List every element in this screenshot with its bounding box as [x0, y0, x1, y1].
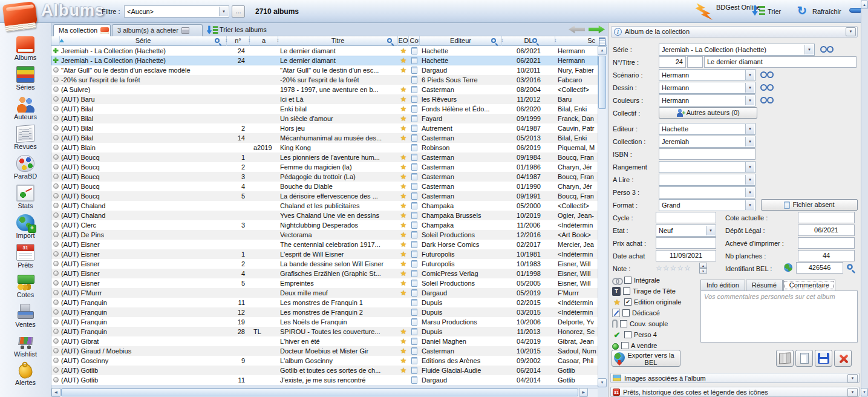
table-row[interactable]: (AUT) Giraud / MoebiusDocteur Moebius et… — [51, 346, 598, 356]
bdgest-online-button[interactable]: BDGest Online — [716, 4, 748, 11]
nav-previous-icon[interactable] — [569, 25, 585, 33]
tab-ma-collection[interactable]: Ma collection — [53, 24, 111, 36]
date-achat-input[interactable]: 11/09/2021 — [656, 250, 716, 261]
window-scroll-down-icon[interactable]: ▼ — [861, 388, 868, 396]
table-row[interactable]: (AUT) Eisner1L'esprit de Will Eisner★Fut… — [51, 249, 598, 259]
tab-albums-a-acheter[interactable]: 3 album(s) à acheter — [112, 24, 203, 36]
delete-button[interactable] — [834, 350, 852, 367]
table-row[interactable]: (AUT) Blaina2019King KongRobinson06/2019… — [51, 143, 598, 153]
table-row[interactable]: (AUT) Eisner4Grafisches Erzählen (Graphi… — [51, 269, 598, 278]
table-row[interactable]: (AUT) BilalEnki bilal★Fonds Hélène et Éd… — [51, 104, 598, 114]
table-row[interactable]: (AUT) Boucq3Pédagogie du trottoir (La)★C… — [51, 172, 598, 182]
header-serie[interactable]: Série — [60, 36, 227, 46]
save-button[interactable] — [815, 350, 832, 367]
filter-browse-button[interactable]: ... — [232, 5, 245, 18]
serie-lookup-icon[interactable] — [820, 46, 832, 53]
sidebar-item-auteurs[interactable]: Auteurs — [0, 96, 51, 125]
header-a[interactable]: a — [250, 36, 278, 46]
scrollbar-thumb[interactable] — [598, 56, 606, 109]
etat-select[interactable]: Neuf▼ — [656, 225, 716, 237]
table-row[interactable]: (AUT) Franquin12Les monstres de Franquin… — [51, 307, 598, 317]
acheve-input[interactable] — [798, 237, 855, 249]
table-row[interactable]: (AUT) Boucq5La dérisoire effervescence d… — [51, 191, 598, 201]
table-row[interactable]: (AUT) Eisner5Empreintes★Soleil Productio… — [51, 278, 598, 288]
search-icon[interactable] — [215, 38, 220, 43]
column-sort-icon[interactable]: ↕ — [554, 37, 557, 43]
header-sc[interactable]: Sc — [555, 36, 598, 46]
table-row[interactable]: (AUT) Franquin19Les Noëls de FranquinMar… — [51, 317, 598, 327]
sidebar-item-albums[interactable]: Albums — [0, 36, 51, 66]
header-num[interactable]: n° — [227, 36, 250, 46]
header-icon-col[interactable] — [51, 36, 60, 46]
cycle-input[interactable] — [656, 212, 716, 223]
table-row[interactable]: (AUT) Boucq2Femme du magicien (la)★Caste… — [51, 162, 598, 172]
perso3-select[interactable]: ▼ — [659, 186, 755, 198]
num-suffix-input[interactable] — [687, 56, 703, 68]
nb-planches-input[interactable]: 44 — [798, 250, 855, 261]
table-row[interactable]: (AUT) Goscinny9L'album Goscinny★Editions… — [51, 356, 598, 366]
sidebar-item-series[interactable]: Séries — [0, 66, 51, 96]
nav-next-icon[interactable] — [589, 25, 605, 33]
table-row[interactable]: (AUT) Clerc3Nightclubbing Desperados★Cha… — [51, 220, 598, 230]
window-scroll-up-icon[interactable]: ▲ — [861, 1, 868, 9]
panel-tab[interactable]: Résumé — [746, 280, 783, 290]
table-row[interactable]: (AUT) Boucq4Bouche du Diable★Casterman01… — [51, 182, 598, 191]
autres-auteurs-button[interactable]: Autres auteurs (0) — [659, 107, 757, 119]
column-sort-icon[interactable]: ↕ — [276, 37, 279, 43]
table-row[interactable]: -20% sur l'esprit de la forêt-20% sur l'… — [51, 75, 598, 85]
column-sort-icon[interactable]: ↕ — [225, 37, 228, 43]
sidebar-item-prets[interactable]: Prêts — [0, 244, 51, 274]
titre-input[interactable]: Le dernier diamant — [704, 56, 857, 68]
scrollbar-thumb[interactable] — [61, 389, 578, 396]
table-row[interactable]: (AUT) GibratL'hiver en été★Daniel Maghen… — [51, 336, 598, 346]
table-row[interactable]: (AUT) ChalandYves Chaland Une vie en des… — [51, 211, 598, 220]
refresh-button[interactable]: Rafraîchir — [812, 8, 841, 15]
table-row[interactable]: Jeremiah - La Collection (Hachette)24Le … — [51, 46, 598, 56]
trier-button[interactable]: Trier — [768, 8, 781, 15]
couleurs-select[interactable]: Hermann▼ — [659, 94, 755, 107]
sidebar-item-parabd[interactable]: ParaBD — [0, 155, 51, 185]
editeur-select[interactable]: Hachette▼ — [659, 123, 755, 135]
couleurs-lookup-icon[interactable] — [760, 97, 772, 103]
checkbox[interactable] — [624, 331, 631, 338]
table-row[interactable]: Jeremiah - La Collection (Hachette)24Le … — [51, 56, 598, 65]
dessin-lookup-icon[interactable] — [760, 84, 772, 91]
a-lire-select[interactable]: ▼ — [659, 174, 755, 186]
sidebar-item-alertes[interactable]: Alertes — [0, 364, 51, 393]
header-editeur[interactable]: Editeur — [420, 36, 502, 46]
table-row[interactable]: (AUT) Franquin11Les monstres de Franquin… — [51, 298, 598, 307]
sidebar-item-ventes[interactable]: Ventes — [0, 303, 51, 333]
expand-icon[interactable]: ▼ — [847, 388, 858, 397]
sort-albums-button[interactable]: Trier les albums — [220, 26, 267, 33]
table-row[interactable]: (AUT) ChalandChaland et les publicitaire… — [51, 201, 598, 211]
column-sort-icon[interactable]: ↕ — [248, 37, 251, 43]
column-sort-icon[interactable]: ↕ — [501, 37, 504, 43]
table-row[interactable]: (AUT) BilalUn siècle d'amour★Fayard09/19… — [51, 114, 598, 123]
collapse-panel-icon[interactable]: ▼ — [846, 27, 856, 36]
format-select[interactable]: Grand▼ — [659, 199, 755, 211]
checkbox[interactable] — [623, 287, 630, 295]
dessin-select[interactable]: Hermann▼ — [659, 82, 755, 94]
table-row[interactable]: ''Atar Gull'' ou le destin d'un esclave … — [51, 65, 598, 75]
num-input[interactable]: 24 — [659, 56, 686, 68]
rating-stars[interactable]: ☆☆☆☆☆ — [656, 264, 691, 272]
accordion-images[interactable]: Images associées à l'album ▼ — [610, 373, 860, 383]
checkbox[interactable]: ✔ — [624, 298, 631, 306]
table-row[interactable]: (AUT) Eisner2La bande dessine selon Will… — [51, 259, 598, 269]
header-dl[interactable]: DL — [502, 36, 555, 46]
column-chooser-icon[interactable] — [599, 38, 605, 45]
scroll-right-icon[interactable]: ▶ — [579, 388, 588, 397]
checkbox[interactable] — [621, 342, 628, 349]
panel-tab[interactable]: Info édition — [700, 280, 745, 290]
table-row[interactable]: (AUT) Franquin28TLSPIROU - Toutes les co… — [51, 327, 598, 336]
window-scrollbar[interactable] — [861, 0, 868, 397]
scenario-lookup-icon[interactable] — [760, 71, 772, 78]
search-icon[interactable] — [532, 38, 537, 43]
table-row[interactable]: (AUT) Boucq1Les pionniers de l'aventure … — [51, 153, 598, 162]
scenario-select[interactable]: Hermann▼ — [659, 69, 755, 81]
collection-select[interactable]: Jeremiah▼ — [659, 136, 755, 148]
isbn-input[interactable] — [659, 148, 755, 160]
duplicate-button[interactable] — [776, 350, 794, 367]
table-row[interactable]: (AUT) F'MurrrDeux mille meuf★Dargaud05/2… — [51, 288, 598, 298]
table-row[interactable]: (AUT) De PinsVectorama★Soleil Production… — [51, 230, 598, 240]
